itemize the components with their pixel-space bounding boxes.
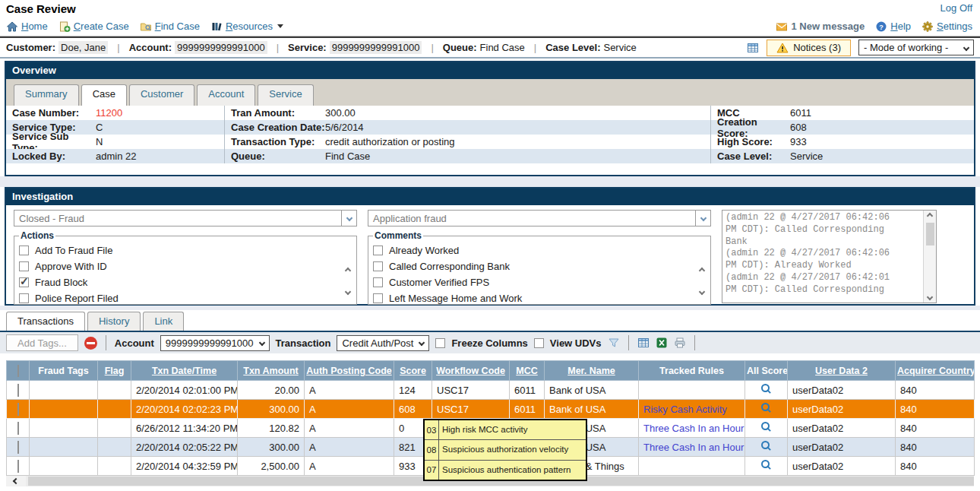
row-checkbox[interactable] [17,384,19,397]
rule-text: Suspicious authorization velocity [439,440,571,459]
help-link[interactable]: ? Help [875,21,911,33]
transaction-select-value: Credit Auth/Post [342,337,413,349]
scrollbar-thumb[interactable] [926,223,934,246]
case-status-value: Closed - Fraud [14,213,341,224]
comment-checkbox[interactable] [373,293,383,303]
fraud-type-select[interactable]: Application fraud [368,210,711,226]
row-checkbox[interactable] [17,441,19,454]
list-item: Fraud Block [19,274,352,290]
magnifier-icon[interactable] [761,422,771,432]
col-txn-amount[interactable]: Txn Amount [238,361,305,381]
scroll-left-icon[interactable] [6,476,26,486]
print-icon[interactable] [674,337,686,349]
scroll-up-icon[interactable] [700,264,704,275]
case-level-value: Service [603,42,636,53]
comment-checkbox[interactable] [373,277,383,287]
transaction-select-label: Transaction [276,337,331,349]
transaction-select[interactable]: Credit Auth/Post [337,335,429,351]
txn-amount-cell: 120.82 [238,419,305,438]
tab-history[interactable]: History [87,312,141,331]
actions-legend: Actions [19,230,55,241]
col-mcc[interactable]: MCC [510,361,545,381]
row-checkbox[interactable] [17,403,19,416]
nav-resources[interactable]: Resources [210,21,283,33]
list-item: Add To Fraud File [19,242,352,258]
tracked-rule-link[interactable]: Three Cash In an Hour ... [643,423,745,434]
row-checkbox[interactable] [17,460,19,473]
case-status-select[interactable]: Closed - Fraud [14,210,357,226]
dropdown-button[interactable] [695,211,710,226]
divider: | [534,42,536,53]
case-details-col3: MCC6011 Creation Score:608 High Score:93… [710,106,974,163]
action-checkbox[interactable] [19,246,29,255]
logoff-link[interactable]: Log Off [940,2,972,14]
grid-view-icon[interactable] [637,337,650,349]
divider [106,335,106,350]
tracked-rule-link[interactable]: Three Cash In an Hour ... [643,442,745,453]
log-scrollbar[interactable] [923,211,936,303]
tab-link[interactable]: Link [143,312,184,331]
investigation-left: Closed - Fraud Actions Add To Fraud File… [14,210,357,305]
magnifier-icon[interactable] [761,441,771,451]
comment-checkbox[interactable] [373,246,383,255]
txn-amount-cell: 20.00 [238,381,305,400]
scroll-up-icon[interactable] [346,264,350,275]
tab-service[interactable]: Service [258,84,313,106]
account-select-value: 9999999999991000 [166,337,254,349]
scroll-down-icon[interactable] [700,285,704,296]
dropdown-button[interactable] [341,211,356,226]
new-message-link[interactable]: 1 New message [776,21,865,33]
col-all-scores: All Scores [745,361,788,381]
scroll-down-icon[interactable] [927,294,933,300]
select-all-checkbox[interactable] [17,365,19,377]
action-checkbox[interactable] [19,261,29,271]
col-txn-date[interactable]: Txn Date/Time [131,361,238,381]
home-icon [6,21,18,33]
tab-case[interactable]: Case [81,84,127,106]
row-checkbox[interactable] [17,422,19,435]
tab-account[interactable]: Account [197,84,255,106]
scroll-down-icon[interactable] [346,285,350,296]
col-mer-name[interactable]: Mer. Name [545,361,639,381]
view-udvs-checkbox[interactable] [534,338,544,348]
tab-customer[interactable]: Customer [129,84,194,106]
fraud-tags-cell [30,400,98,419]
settings-link[interactable]: Settings [922,21,972,33]
grid-view-icon[interactable] [747,42,759,54]
col-flag[interactable]: Flag [98,361,131,381]
filter-icon[interactable] [608,337,620,349]
scroll-up-icon[interactable] [927,213,933,219]
magnifier-icon[interactable] [761,403,771,413]
nav-create-case[interactable]: Create Case [58,21,129,33]
field-value: 6011 [790,107,811,119]
add-tags-button[interactable]: Add Tags... [6,334,78,351]
export-excel-icon[interactable] [656,337,668,349]
col-acquirer-country-code[interactable]: Acquirer Country Code [896,361,975,381]
nav-create-case-label: Create Case [74,21,129,32]
comment-checkbox[interactable] [373,261,383,271]
action-checkbox[interactable] [19,293,29,303]
mode-of-working-select[interactable]: - Mode of working - [858,40,974,55]
magnifier-icon[interactable] [761,460,771,470]
nav-home[interactable]: Home [6,21,48,33]
action-label: Approve With ID [35,261,107,272]
field-row: Creation Score:608 [711,120,974,135]
acquirer-cell: 840 [896,438,975,457]
notices-label: Notices (3) [793,42,841,53]
tab-summary[interactable]: Summary [14,84,79,106]
col-auth-posting-code[interactable]: Auth Posting Code [305,361,394,381]
col-score[interactable]: Score [394,361,432,381]
col-workflow-code[interactable]: Workflow Code [432,361,510,381]
tracked-rule-link[interactable]: Risky Cash Activity [643,404,727,415]
freeze-columns-checkbox[interactable] [435,338,445,348]
tab-transactions[interactable]: Transactions [6,312,85,331]
magnifier-icon[interactable] [761,384,771,394]
notices-button[interactable]: Notices (3) [767,40,851,56]
action-checkbox[interactable] [19,277,29,287]
nav-find-case[interactable]: Find Case [140,21,200,33]
col-user-data-2[interactable]: User Data 2 [788,361,896,381]
block-icon[interactable] [84,337,97,350]
tracked-rules-cell: Risky Cash Activity [639,400,745,419]
account-select[interactable]: 9999999999991000 [160,335,270,351]
field-label: High Score: [717,136,790,147]
